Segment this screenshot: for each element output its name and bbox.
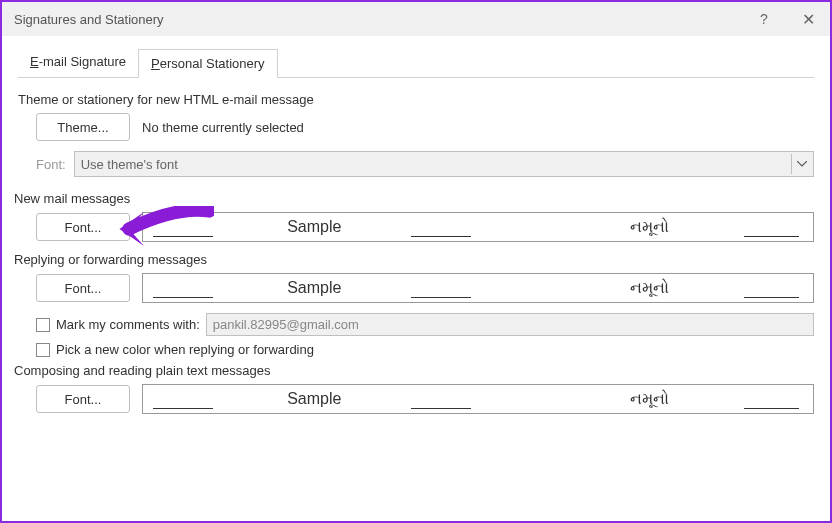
theme-button[interactable]: Theme... [36, 113, 130, 141]
new-mail-font-button[interactable]: Font... [36, 213, 130, 241]
plaintext-heading: Composing and reading plain text message… [14, 363, 814, 378]
font-label: Font: [36, 157, 66, 172]
tab-strip: E-mail Signature Personal Stationery [2, 48, 830, 77]
help-icon[interactable]: ? [742, 2, 786, 36]
new-mail-preview: Sample નમૂનો [142, 212, 814, 242]
no-theme-label: No theme currently selected [142, 120, 304, 135]
pick-color-label: Pick a new color when replying or forwar… [56, 342, 314, 357]
pick-color-checkbox[interactable] [36, 343, 50, 357]
theme-heading: Theme or stationery for new HTML e-mail … [18, 92, 814, 107]
font-dropdown[interactable]: Use theme's font [74, 151, 814, 177]
mark-comments-label: Mark my comments with: [56, 317, 200, 332]
mark-comments-input[interactable]: pankil.82995@gmail.com [206, 313, 814, 336]
reply-preview: Sample નમૂનો [142, 273, 814, 303]
plaintext-font-button[interactable]: Font... [36, 385, 130, 413]
titlebar: Signatures and Stationery ? ✕ [2, 2, 830, 36]
window-title: Signatures and Stationery [14, 12, 742, 27]
mark-comments-checkbox[interactable] [36, 318, 50, 332]
close-icon[interactable]: ✕ [786, 2, 830, 36]
reply-font-button[interactable]: Font... [36, 274, 130, 302]
new-mail-heading: New mail messages [14, 191, 814, 206]
reply-fwd-heading: Replying or forwarding messages [14, 252, 814, 267]
tab-email-signature[interactable]: E-mail Signature [18, 48, 138, 77]
tab-personal-stationery[interactable]: Personal Stationery [138, 49, 277, 78]
plaintext-preview: Sample નમૂનો [142, 384, 814, 414]
content: Theme or stationery for new HTML e-mail … [2, 78, 830, 414]
chevron-down-icon [791, 154, 811, 174]
font-dropdown-value: Use theme's font [81, 157, 178, 172]
